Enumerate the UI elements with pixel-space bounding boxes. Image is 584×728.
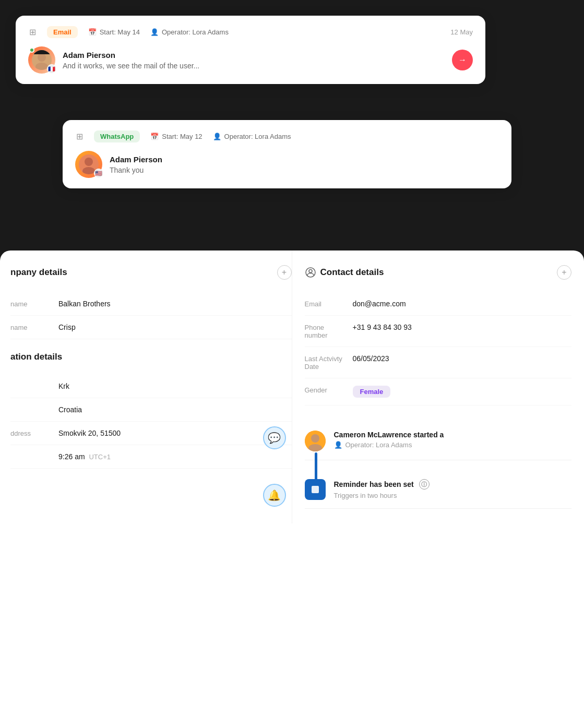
email-badge: Email (47, 26, 78, 38)
person-name: Adam Pierson (63, 51, 445, 59)
cameron-event-title: Cameron McLawrence started a (334, 431, 572, 439)
person-icon: 👤 (150, 28, 159, 37)
contact-details-panel: Contact details + Email don@acme.com Pho… (292, 250, 585, 523)
email-value: don@acme.com (353, 300, 406, 308)
city-row: Krk (10, 375, 292, 398)
start-date: 📅 Start: May 14 (88, 28, 140, 37)
card-meta-whatsapp: ⊞ WhatsApp 📅 Start: May 12 👤 Operator: L… (75, 130, 499, 142)
plus-icon-contact: + (562, 268, 566, 277)
operator-info: 👤 Operator: Lora Adams (150, 28, 229, 37)
person-icon-wa: 👤 (213, 133, 221, 141)
address-value: Smokvik 20, 51500 (58, 429, 121, 437)
timezone-value: UTC+1 (89, 453, 111, 461)
city-value: Krk (58, 382, 69, 390)
reminder-event-title: Reminder has been set ⓘ (334, 479, 572, 490)
cameron-event-sub: 👤 Operator: Lora Adams (334, 441, 572, 449)
address-row: ddress Smokvik 20, 51500 (10, 422, 292, 445)
reminder-event-content: Reminder has been set ⓘ Triggers in two … (334, 479, 572, 499)
avatar-container: 🇫🇷 (28, 46, 55, 74)
country-label (10, 405, 52, 406)
gender-badge: Female (353, 386, 391, 398)
location-section-header: ation details (10, 352, 292, 362)
operator-info-wa: 👤 Operator: Lora Adams (213, 133, 291, 141)
operator-icon-small: 👤 (334, 441, 342, 449)
company-name-row: name Balkan Brothers (10, 292, 292, 316)
company-shortname-row: name Crisp (10, 316, 292, 339)
whatsapp-badge: WhatsApp (94, 130, 140, 142)
svg-point-5 (85, 158, 93, 166)
location-section-title: ation details (10, 352, 62, 362)
phone-value: +31 9 43 84 30 93 (353, 323, 412, 331)
calendar-icon-wa: 📅 (150, 133, 159, 141)
message-preview-wa: Thank you (110, 166, 499, 174)
time-value: 9:26 am UTC+1 (58, 452, 111, 461)
svg-point-8 (309, 270, 312, 273)
reminder-event-sub: Triggers in two hours (334, 492, 572, 499)
avatar-container-wa: 🇺🇸 (75, 151, 102, 178)
cameron-avatar (305, 431, 326, 451)
svg-point-10 (311, 434, 319, 443)
channel-icon: ⊞ (28, 28, 37, 37)
address-label: ddress (10, 429, 52, 437)
phone-label: Phone number (305, 323, 347, 339)
card-date: 12 May (450, 28, 473, 36)
plus-icon: + (282, 268, 287, 277)
contact-title-text: Contact details (320, 267, 384, 278)
online-indicator (29, 47, 34, 53)
company-section-title: npany details (10, 267, 67, 278)
country-value: Croatia (58, 405, 82, 414)
whatsapp-conversation-card: ⊞ WhatsApp 📅 Start: May 12 👤 Operator: L… (63, 120, 511, 188)
open-conversation-button[interactable]: → (452, 50, 473, 70)
time-row: 9:26 am UTC+1 (10, 445, 292, 469)
details-grid: npany details + name Balkan Brothers nam… (0, 250, 584, 523)
time-label (10, 452, 52, 453)
message-preview: And it works, we see the mail of the use… (63, 62, 445, 70)
company-name-value: Balkan Brothers (58, 300, 111, 308)
chat-bubble-icon: 💬 (263, 426, 286, 449)
conversation-row: 🇫🇷 Adam Pierson And it works, we see the… (28, 46, 473, 74)
add-company-detail-button[interactable]: + (277, 265, 292, 280)
location-section: ation details Krk Croatia ddress Smokvik… (10, 352, 292, 469)
conversation-content: Adam Pierson And it works, we see the ma… (63, 51, 445, 70)
start-date-wa: 📅 Start: May 12 (150, 133, 202, 141)
contact-section-header: Contact details + (305, 265, 572, 280)
city-label (10, 382, 52, 383)
channel-icon-wa: ⊞ (75, 133, 84, 141)
gender-row: Gender Female (305, 378, 572, 405)
timeline-item-reminder: Reminder has been set ⓘ Triggers in two … (305, 471, 572, 509)
bell-bubble-icon: 🔔 (263, 484, 286, 507)
calendar-icon: 📅 (88, 28, 97, 37)
activity-date-row: Last Actvivty Date 06/05/2023 (305, 347, 572, 378)
contact-section-title: Contact details (305, 267, 384, 278)
company-shortname-label: name (10, 323, 52, 331)
company-title-text: npany details (10, 267, 67, 278)
arrow-right-icon: → (458, 55, 467, 65)
email-row: Email don@acme.com (305, 292, 572, 316)
conversation-content-wa: Adam Pierson Thank you (110, 155, 499, 174)
info-icon[interactable]: ⓘ (419, 479, 430, 490)
svg-rect-13 (312, 486, 319, 493)
person-name-wa: Adam Pierson (110, 155, 499, 164)
company-section-header: npany details + (10, 265, 292, 280)
email-label: Email (305, 300, 347, 308)
gender-label: Gender (305, 386, 347, 394)
email-conversation-card: ⊞ Email 📅 Start: May 14 👤 Operator: Lora… (16, 16, 485, 84)
flag-icon-wa: 🇺🇸 (94, 169, 103, 178)
add-contact-detail-button[interactable]: + (557, 265, 571, 280)
svg-point-1 (38, 53, 46, 62)
company-details-panel: npany details + name Balkan Brothers nam… (0, 250, 292, 523)
activity-date-label: Last Actvivty Date (305, 354, 347, 371)
location-title-text: ation details (10, 352, 62, 362)
svg-rect-3 (32, 50, 52, 54)
country-row: Croatia (10, 398, 292, 422)
card-meta: ⊞ Email 📅 Start: May 14 👤 Operator: Lora… (28, 26, 473, 38)
company-shortname-value: Crisp (58, 323, 76, 331)
flag-icon: 🇫🇷 (47, 64, 56, 74)
phone-row: Phone number +31 9 43 84 30 93 (305, 316, 572, 347)
timeline-item-cameron: 💬 Cameron McLawrence started a � (305, 422, 572, 460)
activity-date-value: 06/05/2023 (353, 354, 389, 363)
cameron-event-content: Cameron McLawrence started a 👤 Operator:… (334, 431, 572, 449)
reminder-icon-box (305, 479, 326, 500)
company-name-label: name (10, 300, 52, 308)
details-panel: npany details + name Balkan Brothers nam… (0, 250, 584, 728)
